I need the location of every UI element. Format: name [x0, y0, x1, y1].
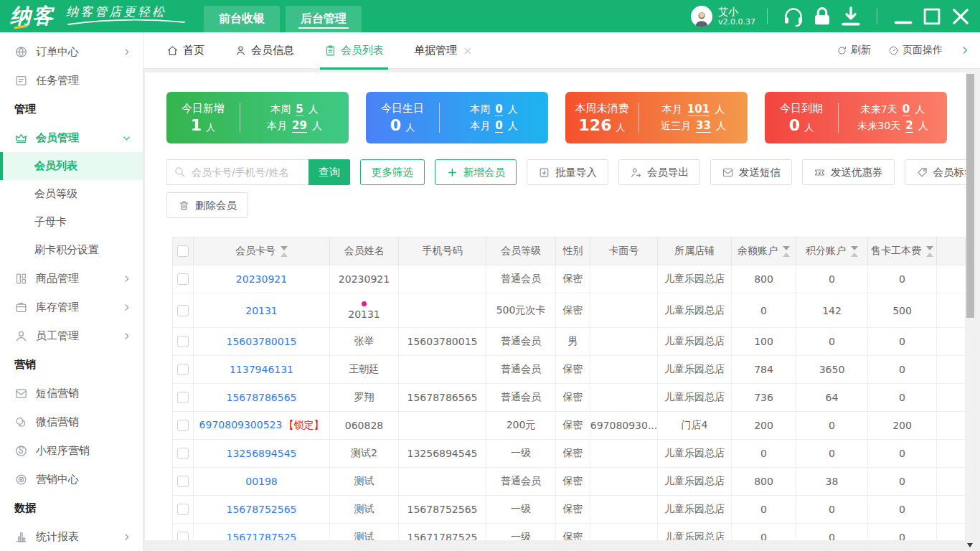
col-header-points[interactable]: 积分账户 [796, 237, 868, 265]
sidebar-item-sms-marketing[interactable]: 短信营销 [0, 379, 143, 408]
member-card-link[interactable]: 13256894545 [227, 448, 297, 459]
stat-card-today-expire: 今日到期0人未来7天0人未来30天2人 [765, 92, 947, 143]
delete-member-button[interactable]: 删除会员 [166, 192, 248, 218]
sidebar-item-inventory-management[interactable]: 库存管理 [0, 293, 143, 321]
row-checkbox[interactable] [177, 273, 189, 285]
sort-icon[interactable] [926, 246, 933, 257]
refresh-button[interactable]: 刷新 [837, 44, 871, 57]
gauge-icon [888, 45, 899, 56]
sidebar-item-label: 会员列表 [34, 159, 131, 173]
titlebar: 纳客 纳客管店更轻松 前台收银后台管理 艾小 v2.0.0.37 [0, 0, 980, 32]
stat-detail-value[interactable]: 5 [296, 103, 303, 116]
toolbar: 查询 更多筛选新增会员批量导入会员导出发送短信发送优惠券会员标签 [166, 159, 966, 185]
sort-icon[interactable] [851, 246, 858, 257]
col-header-card-no[interactable]: 会员卡号 [194, 237, 330, 265]
row-checkbox[interactable] [177, 420, 189, 431]
select-all-checkbox[interactable] [177, 245, 189, 257]
nav-tab-front-cashier[interactable]: 前台收银 [204, 6, 280, 32]
member-card-link[interactable]: 6970809300523 [199, 419, 283, 430]
cell-level: 普通会员 [501, 391, 541, 404]
sidebar-item-marketing-center[interactable]: 营销中心 [0, 465, 143, 494]
maximize-button[interactable] [920, 4, 944, 29]
send-coupon-button[interactable]: 发送优惠券 [802, 159, 895, 185]
sidebar-item-product-management[interactable]: 商品管理 [0, 264, 143, 293]
stat-detail-value[interactable]: 0 [495, 103, 502, 116]
cell-gender: 保密 [563, 447, 583, 460]
stat-detail-value[interactable]: 0 [903, 103, 910, 116]
member-card-link[interactable]: 15678752565 [227, 504, 297, 515]
tab-document-management[interactable]: 单据管理× [414, 32, 472, 69]
cell-balance: 800 [754, 476, 773, 487]
row-checkbox[interactable] [177, 476, 189, 487]
row-checkbox[interactable] [177, 392, 189, 403]
sort-icon[interactable] [783, 246, 790, 257]
miniprogram-icon [14, 444, 28, 458]
sidebar-item-wechat-marketing[interactable]: 微信营销 [0, 408, 143, 436]
close-window-button[interactable] [948, 4, 973, 29]
member-card-link[interactable]: 15671787525 [227, 532, 297, 540]
tab-member-list[interactable]: 会员列表 [324, 32, 384, 69]
page-ops-button[interactable]: 页面操作 [888, 44, 943, 57]
logo-text: 纳客 [10, 4, 55, 28]
scrollbar-thumb[interactable] [966, 74, 974, 318]
vertical-scrollbar[interactable] [966, 72, 974, 551]
row-checkbox[interactable] [177, 336, 189, 347]
tab-close-icon[interactable]: × [463, 44, 472, 57]
stat-detail-value[interactable]: 101 [687, 103, 710, 116]
member-tag-button[interactable]: 会员标签 [905, 159, 966, 185]
row-checkbox[interactable] [177, 305, 189, 316]
row-checkbox[interactable] [177, 364, 189, 375]
cell-gender: 男 [568, 335, 578, 348]
add-member-button[interactable]: 新增会员 [435, 159, 517, 185]
cell-card-fee: 0 [899, 448, 905, 459]
stat-detail-value[interactable]: 33 [696, 119, 711, 133]
scroll-down-arrow-icon[interactable] [967, 543, 973, 547]
col-header-label: 会员卡号 [235, 245, 275, 258]
search-button[interactable]: 查询 [308, 159, 350, 185]
row-checkbox[interactable] [177, 532, 189, 540]
member-card-link[interactable]: 15603780015 [227, 336, 297, 347]
page-ops-expand-icon[interactable] [960, 45, 970, 55]
sidebar-item-miniprogram-marketing[interactable]: 小程序营销 [0, 436, 143, 465]
more-filter-button[interactable]: 更多筛选 [360, 159, 425, 185]
member-card-link[interactable]: 00198 [245, 476, 278, 487]
search-input[interactable] [166, 159, 308, 185]
member-card-link[interactable]: 20230921 [236, 273, 287, 285]
sidebar-item-order-center[interactable]: 订单中心 [0, 37, 143, 66]
support-button[interactable] [781, 4, 806, 29]
stat-detail-value[interactable]: 2 [905, 119, 913, 133]
stat-card-week-no-consume: 本周未消费126人本月101人近三月33人 [565, 92, 748, 143]
member-export-button[interactable]: 会员导出 [618, 159, 700, 185]
refresh-icon [837, 45, 847, 56]
lock-button[interactable] [810, 4, 834, 29]
nav-tab-backend-management[interactable]: 后台管理 [286, 6, 362, 32]
stat-detail-value[interactable]: 0 [495, 119, 502, 133]
coupon-icon [814, 166, 826, 179]
sidebar-item-parent-child-card[interactable]: 子母卡 [0, 208, 143, 236]
stat-detail-value[interactable]: 29 [292, 119, 307, 133]
col-header-balance[interactable]: 余额账户 [732, 237, 796, 265]
member-card-link[interactable]: 1137946131 [230, 364, 293, 375]
sort-icon[interactable] [281, 246, 288, 257]
tab-member-info[interactable]: 会员信息 [235, 32, 294, 69]
member-card-link[interactable]: 20131 [245, 305, 278, 316]
user-info[interactable]: 艾小 v2.0.0.37 [691, 6, 755, 27]
sidebar-item-staff-management[interactable]: 员工管理 [0, 321, 143, 350]
member-card-link[interactable]: 15678786565 [227, 392, 297, 403]
sidebar-item-member-level[interactable]: 会员等级 [0, 180, 143, 208]
row-checkbox[interactable] [177, 448, 189, 459]
sidebar-item-member-management[interactable]: 会员管理 [0, 123, 143, 152]
row-checkbox[interactable] [177, 504, 189, 515]
sidebar-item-card-points-setting[interactable]: 刷卡积分设置 [0, 236, 143, 264]
download-button[interactable] [839, 4, 863, 29]
batch-import-button[interactable]: 批量导入 [527, 159, 608, 185]
minimize-button[interactable] [891, 4, 915, 29]
send-sms-button[interactable]: 发送短信 [710, 159, 792, 185]
sidebar-item-task-management[interactable]: 任务管理 [0, 66, 143, 95]
stat-detail: 未来30天2人 [857, 119, 928, 133]
table-row: 00198测试普通会员保密儿童乐园总店800380 [172, 468, 966, 496]
sidebar-item-statistics-report[interactable]: 统计报表 [0, 522, 143, 551]
tab-home[interactable]: 首页 [166, 32, 204, 69]
sidebar-item-member-list[interactable]: 会员列表 [0, 152, 143, 180]
col-header-card-fee[interactable]: 售卡工本费 [868, 237, 937, 265]
